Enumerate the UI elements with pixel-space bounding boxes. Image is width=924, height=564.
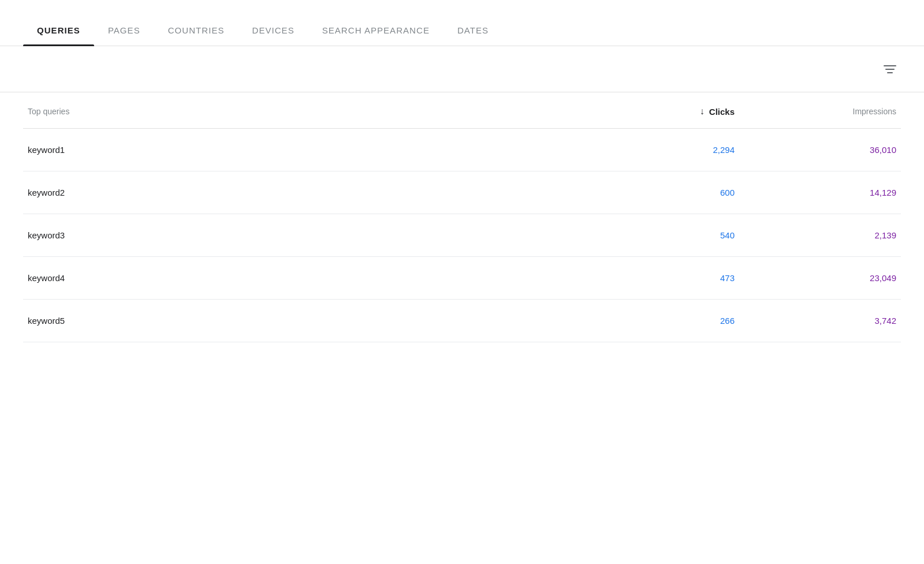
tab-devices[interactable]: DEVICES [239, 25, 308, 46]
row-impressions-4: 23,049 [735, 273, 896, 283]
filter-bar [0, 46, 924, 92]
queries-table: Top queries ↓ Clicks Impressions keyword… [0, 92, 924, 342]
row-impressions-3: 2,139 [735, 230, 896, 240]
sort-arrow-icon: ↓ [700, 106, 705, 117]
filter-line-2 [885, 69, 895, 70]
header-query-label: Top queries [28, 107, 573, 116]
table-body: keyword12,29436,010keyword260014,129keyw… [23, 129, 901, 342]
header-clicks-label[interactable]: ↓ Clicks [573, 106, 735, 117]
row-query-4[interactable]: keyword4 [28, 273, 573, 283]
table-header: Top queries ↓ Clicks Impressions [23, 92, 901, 129]
row-query-3[interactable]: keyword3 [28, 230, 573, 240]
row-impressions-1: 36,010 [735, 145, 896, 155]
table-row: keyword447323,049 [23, 257, 901, 300]
row-impressions-5: 3,742 [735, 316, 896, 326]
row-clicks-2: 600 [573, 188, 735, 197]
tab-countries[interactable]: COUNTRIES [154, 25, 239, 46]
row-clicks-1: 2,294 [573, 145, 735, 155]
row-query-2[interactable]: keyword2 [28, 188, 573, 197]
row-impressions-2: 14,129 [735, 188, 896, 197]
tab-dates[interactable]: DATES [444, 25, 502, 46]
tab-pages[interactable]: PAGES [94, 25, 154, 46]
tab-search-appearance[interactable]: SEARCH APPEARANCE [308, 25, 444, 46]
tab-queries[interactable]: QUERIES [23, 25, 94, 46]
row-clicks-4: 473 [573, 273, 735, 283]
header-impressions-label[interactable]: Impressions [735, 107, 896, 116]
filter-icon[interactable] [884, 65, 896, 73]
row-clicks-5: 266 [573, 316, 735, 326]
row-clicks-3: 540 [573, 230, 735, 240]
table-row: keyword35402,139 [23, 214, 901, 257]
row-query-5[interactable]: keyword5 [28, 316, 573, 326]
table-row: keyword52663,742 [23, 300, 901, 342]
tabs-nav: QUERIESPAGESCOUNTRIESDEVICESSEARCH APPEA… [0, 0, 924, 46]
row-query-1[interactable]: keyword1 [28, 145, 573, 155]
table-row: keyword260014,129 [23, 171, 901, 214]
filter-line-3 [887, 72, 893, 73]
table-row: keyword12,29436,010 [23, 129, 901, 171]
filter-line-1 [884, 65, 896, 66]
